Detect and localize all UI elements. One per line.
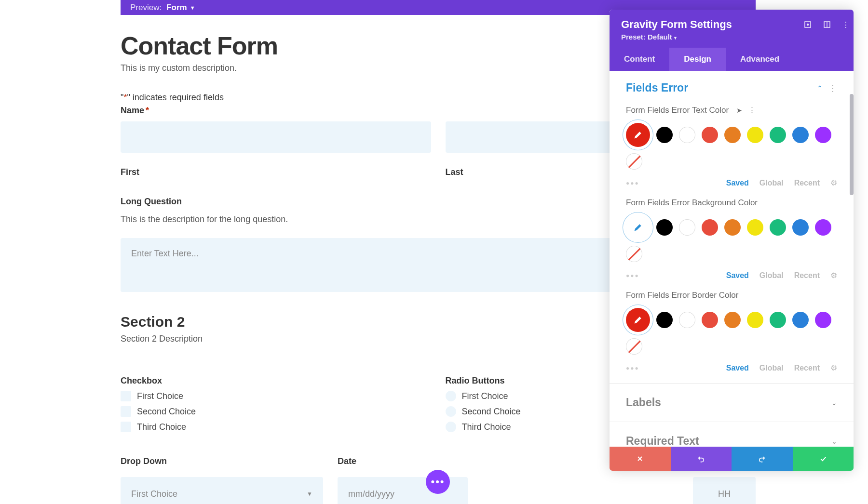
tab-global[interactable]: Global: [760, 271, 784, 280]
gear-icon[interactable]: ⚙: [830, 178, 837, 187]
drag-handle-icon[interactable]: ●●●: [626, 272, 639, 279]
swatch-green[interactable]: [770, 312, 786, 328]
radio-icon[interactable]: [446, 406, 456, 417]
accordion-required-text[interactable]: Required Text ⌄: [610, 422, 854, 447]
swatch-green[interactable]: [770, 219, 786, 236]
first-name-input[interactable]: [121, 121, 431, 153]
dropdown-label: Drop Down: [121, 456, 323, 466]
panel-header: Gravity Form Settings Preset: Default▼ ⋮: [610, 10, 854, 48]
redo-button[interactable]: [732, 447, 793, 471]
preview-caret-icon[interactable]: ▼: [190, 5, 195, 11]
color-section-background: Form Fields Error Background Color ●●●: [610, 198, 854, 291]
swatch-yellow[interactable]: [747, 127, 763, 143]
tab-saved[interactable]: Saved: [726, 179, 749, 187]
checkbox-item[interactable]: Third Choice: [121, 422, 431, 432]
swatch-yellow[interactable]: [747, 312, 763, 328]
accordion-labels[interactable]: Labels ⌄: [610, 383, 854, 422]
drag-handle-icon[interactable]: ●●●: [626, 365, 639, 371]
color-picker-button[interactable]: [626, 123, 650, 147]
radio-icon[interactable]: [446, 422, 456, 432]
swatch-blue[interactable]: [792, 127, 809, 143]
accordion-fields-error[interactable]: Fields Error ⌃ ⋮: [610, 71, 854, 105]
settings-panel: Gravity Form Settings Preset: Default▼ ⋮…: [610, 10, 854, 471]
date-label: Date: [338, 456, 468, 466]
swatch-red[interactable]: [702, 219, 718, 236]
expand-icon[interactable]: [803, 20, 812, 29]
preview-value[interactable]: Form: [166, 3, 187, 13]
swatch-white[interactable]: [679, 127, 695, 143]
cancel-button[interactable]: [610, 447, 671, 471]
time-input[interactable]: HH: [693, 477, 756, 504]
color-label: Form Fields Error Border Color: [626, 291, 738, 300]
undo-button[interactable]: [671, 447, 732, 471]
checkbox-item[interactable]: First Choice: [121, 391, 431, 401]
checkbox-item[interactable]: Second Choice: [121, 406, 431, 417]
tab-design[interactable]: Design: [669, 48, 726, 71]
color-picker-button[interactable]: [626, 215, 650, 239]
preset-dropdown[interactable]: Preset: Default▼: [621, 33, 842, 41]
settings-tabs: Content Design Advanced: [610, 48, 854, 71]
swatch-red[interactable]: [702, 127, 718, 143]
swatch-white[interactable]: [679, 312, 695, 328]
swatch-blue[interactable]: [792, 219, 809, 236]
drag-handle-icon[interactable]: ●●●: [626, 180, 639, 186]
tab-advanced[interactable]: Advanced: [726, 48, 794, 71]
swatch-orange[interactable]: [724, 312, 741, 328]
swatch-none[interactable]: [626, 153, 642, 170]
swatch-black[interactable]: [656, 219, 673, 236]
swatch-green[interactable]: [770, 127, 786, 143]
chevron-down-icon: ⌄: [831, 438, 837, 445]
gear-icon[interactable]: ⚙: [830, 271, 837, 280]
tab-saved[interactable]: Saved: [726, 271, 749, 280]
checkbox-icon[interactable]: [121, 406, 131, 417]
more-icon[interactable]: ⋮: [842, 20, 845, 29]
swatch-orange[interactable]: [724, 219, 741, 236]
tab-global[interactable]: Global: [760, 179, 784, 187]
swatch-white[interactable]: [679, 219, 695, 236]
more-icon[interactable]: ⋮: [828, 83, 837, 93]
swatch-black[interactable]: [656, 312, 673, 328]
swatch-none[interactable]: [626, 338, 642, 355]
checkbox-icon[interactable]: [121, 422, 131, 432]
tab-recent[interactable]: Recent: [794, 271, 820, 280]
radio-icon[interactable]: [446, 391, 456, 401]
panel-footer: [610, 447, 854, 471]
tab-saved[interactable]: Saved: [726, 364, 749, 372]
cursor-icon[interactable]: ➤: [736, 106, 742, 114]
scrollbar[interactable]: [850, 94, 854, 195]
layout-icon[interactable]: [823, 20, 831, 29]
swatch-yellow[interactable]: [747, 219, 763, 236]
checkbox-label: Checkbox: [121, 376, 431, 386]
more-icon[interactable]: ⋮: [748, 105, 756, 115]
tab-global[interactable]: Global: [760, 364, 784, 372]
first-sublabel: First: [121, 167, 431, 177]
swatch-red[interactable]: [702, 312, 718, 328]
save-button[interactable]: [793, 447, 854, 471]
color-section-border: Form Fields Error Border Color ●●● Sa: [610, 291, 854, 383]
color-label: Form Fields Error Background Color: [626, 198, 758, 208]
color-picker-button[interactable]: [626, 308, 650, 332]
checkbox-icon[interactable]: [121, 391, 131, 401]
swatch-blue[interactable]: [792, 312, 809, 328]
swatch-orange[interactable]: [724, 127, 741, 143]
swatch-black[interactable]: [656, 127, 673, 143]
swatch-purple[interactable]: [815, 219, 831, 236]
chevron-down-icon: ▼: [307, 491, 312, 497]
swatch-purple[interactable]: [815, 127, 831, 143]
chevron-up-icon: ⌃: [817, 84, 823, 92]
svg-point-1: [807, 24, 809, 26]
swatch-none[interactable]: [626, 246, 642, 262]
panel-body: Fields Error ⌃ ⋮ Form Fields Error Text …: [610, 71, 854, 447]
gear-icon[interactable]: ⚙: [830, 363, 837, 372]
tab-recent[interactable]: Recent: [794, 179, 820, 187]
tab-content[interactable]: Content: [610, 48, 669, 71]
more-actions-button[interactable]: •••: [426, 470, 450, 494]
preview-label: Preview:: [130, 3, 162, 13]
tab-recent[interactable]: Recent: [794, 364, 820, 372]
dropdown-select[interactable]: First Choice ▼: [121, 477, 323, 504]
color-label: Form Fields Error Text Color: [626, 106, 729, 115]
chevron-down-icon: ⌄: [831, 399, 837, 407]
swatch-purple[interactable]: [815, 312, 831, 328]
color-section-text: Form Fields Error Text Color ➤ ⋮ ●●●: [610, 105, 854, 198]
